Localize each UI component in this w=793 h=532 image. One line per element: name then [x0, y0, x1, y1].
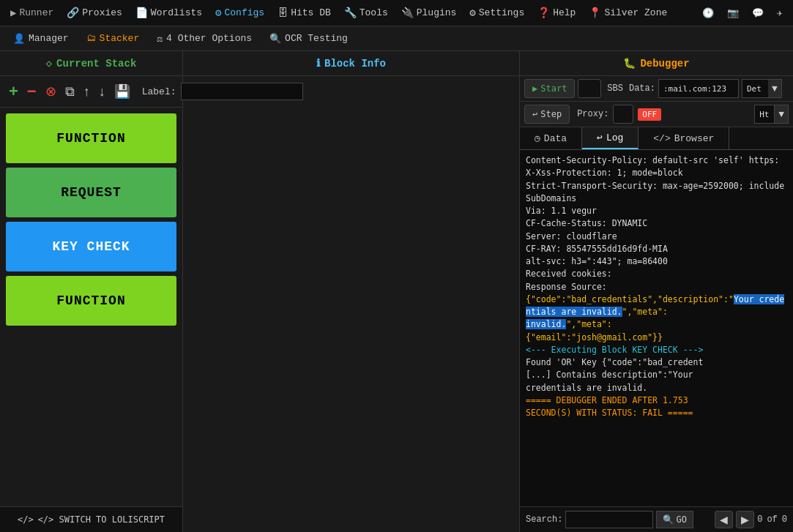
code-icon: </> [18, 514, 34, 525]
search-label: Search: [526, 514, 562, 525]
block-function-1[interactable]: FUNCTION [6, 113, 176, 163]
tab-browser[interactable]: </> Browser [639, 127, 729, 149]
nav-silverzone[interactable]: 📍 Silver Zone [583, 4, 673, 22]
proxies-icon: 🔗 [67, 7, 79, 19]
nav-discord[interactable]: 💬 [746, 4, 770, 22]
debugger-controls-row1: ▶ Start SBS Data: :mail.com:123 Det ▼ [520, 76, 793, 102]
search-next-button[interactable]: ▶ [736, 511, 754, 528]
tab-data[interactable]: ◷ Data [520, 127, 582, 149]
search-go-button[interactable]: 🔍 GO [656, 511, 693, 528]
data-label: Data: [629, 83, 655, 94]
top-nav: ▶ Runner 🔗 Proxies 📄 Wordlists ⚙ Configs… [0, 0, 793, 26]
search-icon: 🔍 [663, 514, 674, 525]
nav-proxies[interactable]: 🔗 Proxies [61, 4, 128, 22]
log-line: SECOND(S) WITH STATUS: FAIL ===== [526, 407, 787, 419]
stack-icon: ◇ [46, 57, 52, 70]
data-value: :mail.com:123 [658, 79, 739, 98]
log-output[interactable]: Content-Security-Policy: default-src 'se… [520, 150, 793, 506]
subnav-manager-label: Manager [29, 33, 69, 44]
debugger-header: 🐛 Debugger [520, 51, 793, 76]
move-down-button[interactable]: ↓ [96, 83, 108, 101]
camera-icon: 📷 [727, 7, 739, 19]
save-button[interactable]: 💾 [111, 82, 133, 101]
nav-settings-label: Settings [479, 7, 524, 18]
hitsdb-icon: 🗄 [278, 7, 288, 19]
block-function-2[interactable]: FUNCTION [6, 276, 176, 326]
search-prev-button[interactable]: ◀ [715, 511, 733, 528]
det-dropdown[interactable]: ▼ [768, 79, 782, 98]
ht-dropdown[interactable]: ▼ [775, 105, 789, 124]
log-line: {"email":"josh@gmail.com"}} [526, 331, 787, 344]
nav-wordlists[interactable]: 📄 Wordlists [130, 4, 208, 22]
subnav-otheroptions-label: 4 Other Options [166, 33, 252, 44]
history-icon: 🕑 [702, 7, 714, 19]
remove-block-button[interactable]: − [24, 80, 40, 102]
data-tab-icon: ◷ [535, 132, 540, 144]
step-button[interactable]: ↩ Step [524, 105, 570, 124]
log-line: Strict-Transport-Security: max-age=25920… [526, 180, 787, 206]
search-bar: Search: 🔍 GO ◀ ▶ 0 of 0 [520, 506, 793, 532]
label-text: Label: [142, 86, 176, 97]
right-panel: 🐛 Debugger ▶ Start SBS Data: :mail.com:1… [520, 51, 793, 532]
nav-plugins[interactable]: 🔌 Plugins [395, 4, 463, 22]
log-line: {"code":"bad_credentials","description":… [526, 293, 787, 319]
nav-proxies-label: Proxies [82, 7, 122, 18]
switch-to-loliscript-button[interactable]: </> </> SWITCH TO LOLISCRIPT [0, 506, 182, 532]
subnav-stacker[interactable]: 🗂 Stacker [79, 30, 147, 47]
nav-screenshot[interactable]: 📷 [721, 4, 745, 22]
subnav-manager[interactable]: 👤 Manager [6, 30, 76, 48]
data-tab-label: Data [544, 133, 567, 144]
log-line: ===== DEBUGGER ENDED AFTER 1.753 [526, 394, 787, 407]
subnav-otheroptions[interactable]: ⚖ 4 Other Options [149, 30, 259, 48]
tab-log[interactable]: ↩ Log [582, 127, 639, 149]
off-badge: OFF [638, 108, 661, 121]
start-label: Start [540, 83, 567, 94]
info-icon: ℹ [316, 57, 320, 70]
clear-block-button[interactable]: ⊗ [42, 82, 59, 101]
plugins-icon: 🔌 [401, 7, 414, 19]
nav-hitsdb[interactable]: 🗄 Hits DB [272, 4, 337, 22]
log-line: Via: 1.1 vegur [526, 205, 787, 217]
nav-settings[interactable]: ⚙ Settings [463, 4, 530, 22]
log-line: CF-Cache-Status: DYNAMIC [526, 217, 787, 230]
block-keycheck[interactable]: KEY CHECK [6, 222, 176, 271]
subnav-ocr[interactable]: 🔍 OCR Testing [262, 30, 355, 48]
log-line: <--- Executing Block KEY CHECK ---> [526, 344, 787, 356]
add-block-button[interactable]: + [6, 80, 21, 102]
nav-runner[interactable]: ▶ Runner [4, 4, 59, 22]
subnav-stacker-label: Stacker [100, 33, 140, 44]
proxy-label: Proxy: [577, 109, 608, 119]
nav-tools[interactable]: 🔧 Tools [338, 4, 394, 22]
proxy-toggle[interactable] [613, 105, 633, 124]
nav-telegram[interactable]: ✈ [771, 4, 789, 22]
tools-icon: 🔧 [344, 7, 357, 19]
go-label: GO [676, 514, 686, 525]
step-icon: ↩ [532, 109, 537, 119]
sbs-toggle[interactable] [578, 79, 601, 98]
wordlists-icon: 📄 [135, 7, 148, 19]
current-stack-label: Current Stack [56, 58, 136, 70]
ocr-icon: 🔍 [269, 33, 281, 45]
nav-configs[interactable]: ⚙ Configs [209, 4, 270, 22]
nav-history[interactable]: 🕑 [696, 4, 720, 22]
block-info-label: Block Info [324, 58, 386, 70]
settings-icon: ⚙ [469, 7, 475, 19]
manager-icon: 👤 [13, 33, 25, 45]
block-request[interactable]: REQUEST [6, 168, 176, 217]
left-panel: ◇ Current Stack + − ⊗ ⧉ ↑ ↓ 💾 Label: FUN… [0, 51, 183, 532]
otheroptions-icon: ⚖ [157, 33, 163, 45]
move-up-button[interactable]: ↑ [81, 83, 93, 101]
log-line: Content-Security-Policy: default-src 'se… [526, 154, 787, 167]
search-count-of: of [767, 514, 777, 525]
copy-block-button[interactable]: ⧉ [62, 83, 78, 101]
play-icon: ▶ [532, 83, 537, 94]
debugger-icon: 🐛 [623, 57, 636, 70]
search-count-current: 0 [757, 514, 762, 525]
nav-help[interactable]: ❓ Help [532, 4, 581, 22]
nav-plugins-label: Plugins [417, 7, 457, 18]
stacker-icon: 🗂 [86, 33, 96, 44]
start-button[interactable]: ▶ Start [524, 79, 575, 98]
help-icon: ❓ [537, 7, 550, 19]
step-label: Step [540, 109, 562, 119]
search-input[interactable] [565, 511, 653, 528]
